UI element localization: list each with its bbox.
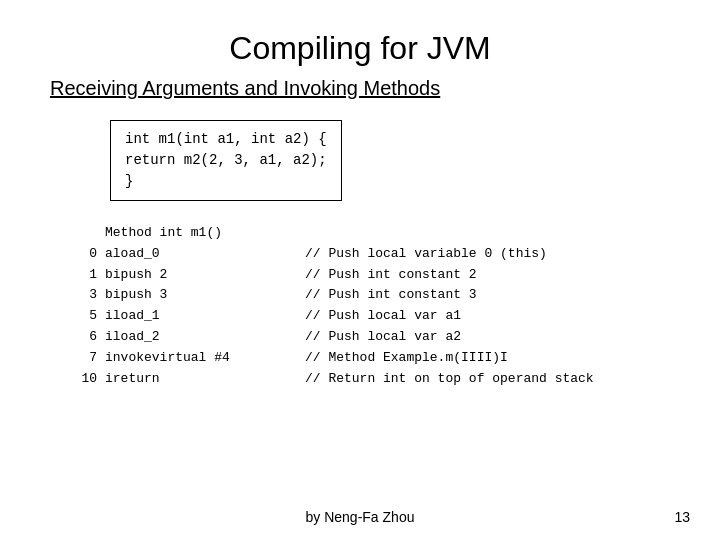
table-row: 1 bipush 2 // Push int constant 2: [60, 265, 670, 286]
table-row: 5 iload_1 // Push local var a1: [60, 306, 670, 327]
table-row: 0 aload_0 // Push local variable 0 (this…: [60, 244, 670, 265]
row-comment: // Push local var a1: [305, 306, 670, 327]
row-instr: iload_1: [105, 306, 305, 327]
row-num: 7: [60, 348, 105, 369]
row-num: 3: [60, 285, 105, 306]
row-comment: // Push int constant 3: [305, 285, 670, 306]
row-num: 10: [60, 369, 105, 390]
row-num: 0: [60, 244, 105, 265]
bytecode-section: Method int m1() 0 aload_0 // Push local …: [60, 223, 670, 389]
row-instr: iload_2: [105, 327, 305, 348]
table-row: 3 bipush 3 // Push int constant 3: [60, 285, 670, 306]
bytecode-header-row: Method int m1(): [60, 223, 670, 244]
code-line-3: }: [125, 171, 327, 192]
row-comment: // Push int constant 2: [305, 265, 670, 286]
row-num: 1: [60, 265, 105, 286]
row-instr: aload_0: [105, 244, 305, 265]
slide-title: Compiling for JVM: [50, 30, 670, 67]
row-instr: invokevirtual #4: [105, 348, 305, 369]
row-num: 5: [60, 306, 105, 327]
code-box: int m1(int a1, int a2) { return m2(2, 3,…: [110, 120, 342, 201]
table-row: 10 ireturn // Return int on top of opera…: [60, 369, 670, 390]
page-number: 13: [674, 509, 690, 525]
row-instr: bipush 3: [105, 285, 305, 306]
row-num: 6: [60, 327, 105, 348]
row-comment: // Push local variable 0 (this): [305, 244, 670, 265]
slide: Compiling for JVM Receiving Arguments an…: [0, 0, 720, 540]
slide-subtitle: Receiving Arguments and Invoking Methods: [50, 77, 670, 100]
bytecode-header: Method int m1(): [105, 223, 222, 244]
row-comment: // Return int on top of operand stack: [305, 369, 670, 390]
code-line-1: int m1(int a1, int a2) {: [125, 129, 327, 150]
row-comment: // Push local var a2: [305, 327, 670, 348]
code-line-2: return m2(2, 3, a1, a2);: [125, 150, 327, 171]
table-row: 6 iload_2 // Push local var a2: [60, 327, 670, 348]
table-row: 7 invokevirtual #4 // Method Example.m(I…: [60, 348, 670, 369]
footer: by Neng-Fa Zhou: [0, 509, 720, 525]
footer-text: by Neng-Fa Zhou: [306, 509, 415, 525]
row-instr: ireturn: [105, 369, 305, 390]
row-instr: bipush 2: [105, 265, 305, 286]
row-comment: // Method Example.m(IIII)I: [305, 348, 670, 369]
